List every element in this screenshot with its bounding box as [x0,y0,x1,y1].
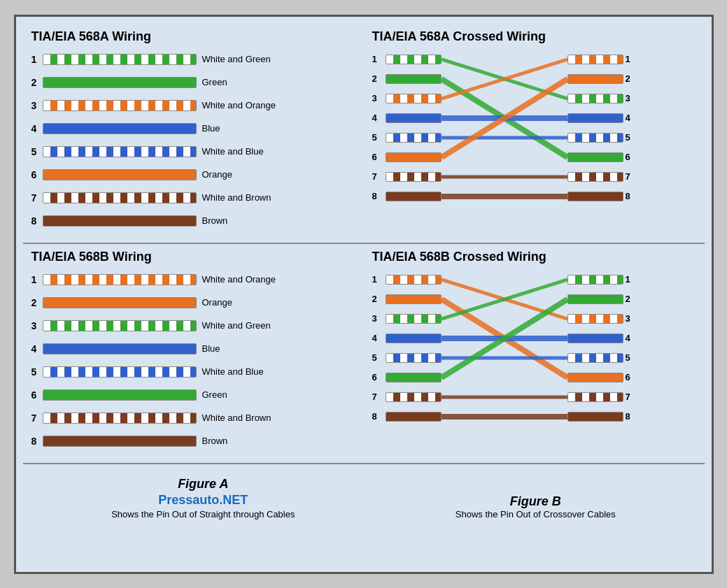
figure-a-description: Shows the Pin Out of Straight through Ca… [111,509,295,519]
cross-num-right: 7 [626,392,637,402]
cross-row-left: 8 [372,187,442,206]
wire-row: 6Green [31,385,355,405]
cross-row-left: 4 [372,329,442,348]
wire-label: White and Orange [202,100,276,110]
figure-b-label: Figure B [456,494,616,509]
cross-row-left: 7 [372,387,442,407]
568a-straight-section: TIA/EIA 568A Wiring 1White and Green2Gre… [23,24,364,240]
wire-bar [43,123,197,134]
cross-bar-right [567,373,623,382]
wire-number: 1 [31,54,43,65]
cross-num-right: 4 [626,333,637,343]
cross-bar-left [386,113,442,123]
wire-number: 4 [31,123,43,134]
cross-bar-left [386,334,442,343]
wire-row: 7White and Brown [31,188,355,208]
wire-row: 7White and Brown [31,408,355,428]
cross-num-right: 8 [626,411,637,422]
cross-bar-right [567,334,623,343]
crossed-left-column: 12345678 [372,270,442,426]
cross-bar-right [567,392,623,402]
wire-label: White and Blue [202,366,264,377]
wire-label: White and Brown [202,192,271,203]
cross-bar-right [567,353,623,363]
cross-row-left: 4 [372,108,442,128]
cross-bar-left [386,353,442,363]
cross-bar-right [567,275,623,285]
wire-label: White and Brown [202,413,271,423]
cross-bar-left [386,133,442,143]
cross-bar-right [567,94,623,103]
cross-num-left: 4 [372,113,383,123]
wire-number: 5 [31,366,43,378]
wire-label: Blue [202,343,220,354]
cross-row-right: 1 [567,270,637,289]
cross-row-left: 1 [372,270,442,289]
wire-bar [43,389,197,401]
cross-row-left: 8 [372,407,442,426]
cross-bar-right [567,412,623,422]
crossed-left-column: 12345678 [372,50,442,206]
wire-number: 3 [31,100,43,111]
figure-a-block: Figure A Pressauto.NET Shows the Pin Out… [111,477,295,519]
cross-num-left: 2 [372,73,383,84]
cross-row-right: 6 [567,368,637,387]
cross-row-left: 3 [372,89,442,108]
footer: Figure A Pressauto.NET Shows the Pin Out… [23,463,705,522]
wire-number: 7 [31,413,43,424]
wire-number: 6 [31,389,43,401]
cross-row-left: 5 [372,348,442,368]
cross-bar-left [386,152,442,162]
wire-number: 8 [31,215,43,227]
wire-bar [43,192,197,203]
cross-num-right: 3 [626,313,637,324]
cross-num-left: 6 [372,152,383,162]
cross-num-left: 1 [372,54,383,64]
cross-row-left: 2 [372,69,442,89]
wire-bar [43,343,197,354]
wire-row: 8Brown [31,431,355,451]
wire-label: White and Green [202,320,271,331]
cross-diagram-svg [442,270,567,433]
568b-straight-section: TIA/EIA 568B Wiring 1White and Orange2Or… [23,243,364,460]
cross-num-left: 8 [372,411,383,422]
568a-crossed-section: TIA/EIA 568A Crossed Wiring 123456781234… [364,24,705,240]
cross-num-right: 6 [626,372,637,382]
cross-num-right: 4 [626,113,637,123]
wire-label: Orange [202,297,232,308]
wire-bar [43,320,197,331]
wire-row: 6Orange [31,165,355,185]
wire-bar [43,77,197,88]
cross-num-left: 4 [372,333,383,343]
wire-bar [43,100,197,111]
cross-row-right: 4 [567,329,637,348]
wire-row: 3White and Orange [31,96,355,115]
wire-row: 5White and Blue [31,142,355,162]
cross-bar-right [567,133,623,143]
wire-label: White and Orange [202,274,276,285]
figure-b-block: Figure B Shows the Pin Out of Crossover … [456,494,616,519]
brand-link[interactable]: Pressauto.NET [158,493,248,507]
wire-number: 7 [31,192,43,203]
cross-row-left: 2 [372,289,442,309]
cross-bar-left [386,412,442,422]
main-container: TIA/EIA 568A Wiring 1White and Green2Gre… [14,15,714,574]
cross-bar-right [567,74,623,84]
cross-bar-right [567,192,623,201]
568b-crossed-diagram: 1234567812345678 [372,270,696,433]
wire-bar [43,274,197,285]
wire-bar [43,169,197,180]
cross-num-right: 1 [626,54,637,64]
wire-number: 2 [31,77,43,88]
cross-num-left: 5 [372,132,383,143]
cross-num-right: 5 [626,132,637,143]
cross-bar-left [386,172,442,182]
wire-label: White and Green [202,54,271,64]
wire-label: Brown [202,215,228,226]
wire-label: Blue [202,123,220,134]
wire-label: Green [202,389,227,400]
wire-row: 4Blue [31,119,355,138]
cross-bar-right [567,113,623,123]
cross-num-right: 2 [626,294,637,304]
cross-row-right: 4 [567,108,637,128]
